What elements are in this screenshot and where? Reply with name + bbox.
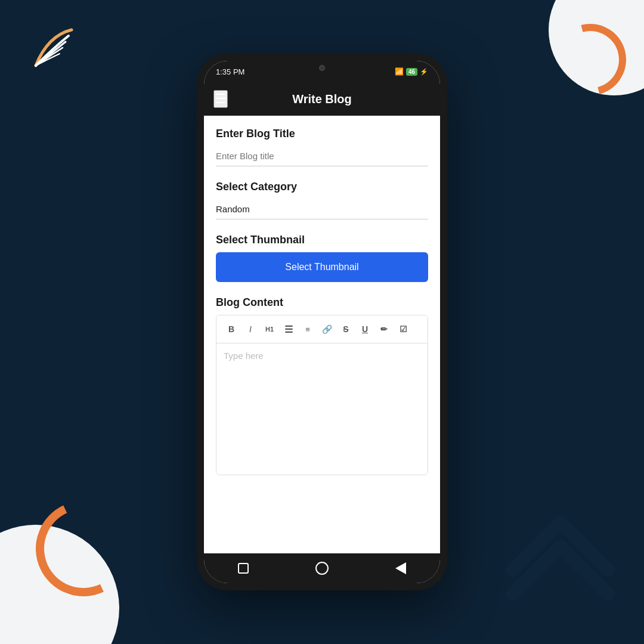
rich-text-editor: B I H1 ☰ ≡ 🔗 S U ✏ ☑ Type here [216,315,428,475]
thumbnail-section: Select Thumbnail Select Thumbnail [216,234,428,282]
content-area: Enter Blog Title Select Category Random … [204,116,440,553]
blog-content-label: Blog Content [216,296,428,309]
blog-title-section: Enter Blog Title [216,128,428,166]
blog-title-label: Enter Blog Title [216,128,428,140]
hamburger-menu-button[interactable]: ☰ [213,90,228,108]
ordered-list-button[interactable]: ≡ [299,320,317,338]
bold-button[interactable]: B [222,320,240,338]
italic-button[interactable]: I [242,320,259,338]
battery-icon: 46 [406,68,417,76]
highlight-button[interactable]: ✏ [375,320,393,338]
bottom-nav [204,553,440,583]
category-section: Select Category Random [216,181,428,219]
strikethrough-button[interactable]: S [337,320,355,338]
wifi-icon: 📶 [395,67,404,76]
status-bar: 1:35 PM 📶 46 ⚡ [204,61,440,82]
brand-logo [24,24,83,72]
link-button[interactable]: 🔗 [318,320,336,338]
editor-placeholder: Type here [224,351,264,361]
status-icons: 📶 46 ⚡ [395,67,428,76]
phone-screen: 1:35 PM 📶 46 ⚡ ☰ Write Blog Enter Blog T… [204,61,440,583]
app-title: Write Blog [292,92,352,106]
nav-home-button[interactable] [311,558,333,579]
unordered-list-button[interactable]: ☰ [280,320,298,338]
phone-frame: 1:35 PM 📶 46 ⚡ ☰ Write Blog Enter Blog T… [197,54,447,590]
circle-icon [315,562,329,575]
chevron-watermark [501,510,620,608]
square-icon [238,563,249,574]
category-select[interactable]: Random [216,199,428,219]
editor-toolbar: B I H1 ☰ ≡ 🔗 S U ✏ ☑ [216,315,428,343]
category-label: Select Category [216,181,428,193]
notch [286,61,358,75]
blog-content-section: Blog Content B I H1 ☰ ≡ 🔗 S U ✏ ☑ [216,296,428,475]
thumbnail-label: Select Thumbnail [216,234,428,246]
underline-button[interactable]: U [356,320,374,338]
h1-button[interactable]: H1 [261,320,278,338]
charging-icon: ⚡ [420,68,428,76]
status-time: 1:35 PM [216,67,244,76]
blog-title-input[interactable] [216,146,428,166]
checkbox-button[interactable]: ☑ [394,320,412,338]
nav-square-button[interactable] [233,558,254,579]
camera-notch [319,65,325,71]
select-thumbnail-button[interactable]: Select Thumbnail [216,252,428,282]
editor-content-area[interactable]: Type here [216,343,428,475]
nav-back-button[interactable] [390,558,411,579]
app-header: ☰ Write Blog [204,82,440,116]
back-triangle-icon [395,562,406,574]
